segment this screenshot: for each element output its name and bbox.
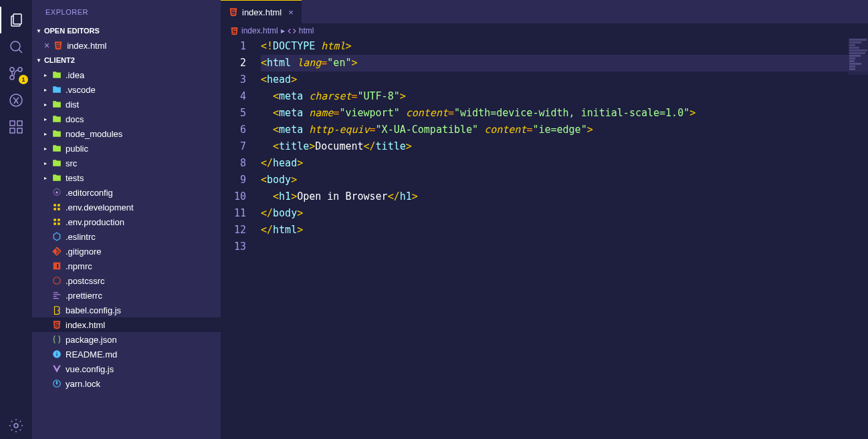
folder-item[interactable]: ▸tests — [32, 170, 221, 185]
svg-rect-8 — [10, 128, 15, 133]
code-icon — [288, 27, 296, 35]
svg-rect-27 — [53, 296, 57, 297]
svg-rect-16 — [58, 208, 60, 210]
search-icon[interactable] — [0, 33, 32, 60]
tab-index-html[interactable]: index.html × — [221, 0, 302, 23]
file-item[interactable]: .prettierrc — [32, 288, 221, 303]
code-editor[interactable]: 12345678910111213 <!DOCTYPE html><html l… — [221, 38, 868, 439]
breadcrumb[interactable]: index.html ▶ html — [221, 23, 868, 38]
editor-area: index.html × index.html ▶ html 123456789… — [221, 0, 868, 439]
open-editor-item[interactable]: × index.html — [32, 38, 221, 53]
info-icon — [51, 349, 63, 359]
eslint-icon — [51, 232, 63, 241]
svg-point-11 — [14, 424, 18, 428]
file-item[interactable]: babel.config.js — [32, 303, 221, 317]
gear-icon — [51, 188, 63, 197]
svg-rect-10 — [17, 121, 22, 126]
file-item[interactable]: .editorconfig — [32, 185, 221, 200]
svg-point-1 — [11, 41, 20, 51]
html-icon — [51, 320, 63, 329]
svg-rect-9 — [17, 128, 22, 133]
svg-rect-18 — [58, 218, 60, 221]
yarn-icon — [51, 379, 63, 388]
sidebar-title: EXPLORER — [32, 0, 221, 23]
sidebar: EXPLORER ▼ OPEN EDITORS × index.html ▼ C… — [32, 0, 221, 439]
file-tree: ▸.idea▸.vscode▸dist▸docs▸node_modules▸pu… — [32, 67, 221, 439]
svg-rect-25 — [53, 292, 58, 293]
chevron-right-icon: ▸ — [44, 102, 51, 108]
folder-item[interactable]: ▸public — [32, 141, 221, 156]
tabs: index.html × — [221, 0, 868, 23]
file-item[interactable]: .env.production — [32, 214, 221, 229]
svg-rect-14 — [58, 204, 60, 206]
chevron-right-icon: ▸ — [44, 131, 51, 137]
folder-icon — [51, 129, 63, 138]
source-control-icon[interactable]: 1 — [0, 60, 32, 87]
env-icon — [51, 202, 63, 212]
svg-rect-7 — [10, 121, 15, 126]
html-icon — [230, 27, 239, 35]
file-item[interactable]: .eslintrc — [32, 229, 221, 244]
svg-rect-15 — [53, 208, 56, 210]
svg-rect-17 — [53, 218, 56, 221]
folder-item[interactable]: ▸src — [32, 156, 221, 170]
svg-rect-28 — [53, 298, 59, 299]
svg-point-24 — [53, 277, 61, 285]
file-item[interactable]: index.html — [32, 317, 221, 332]
folder-icon — [51, 173, 63, 182]
chevron-right-icon: ▸ — [44, 72, 51, 78]
folder-item[interactable]: ▸.idea — [32, 67, 221, 82]
babel-icon — [51, 305, 63, 315]
json-icon — [51, 335, 63, 344]
svg-point-31 — [56, 351, 57, 352]
chevron-right-icon: ▶ — [281, 28, 285, 34]
html-icon — [53, 41, 63, 50]
svg-rect-20 — [58, 223, 60, 225]
svg-marker-21 — [53, 233, 60, 241]
minimap[interactable] — [848, 38, 868, 75]
file-item[interactable]: vue.config.js — [32, 361, 221, 376]
file-item[interactable]: package.json — [32, 332, 221, 347]
extensions-icon[interactable] — [0, 114, 32, 140]
svg-rect-30 — [56, 353, 57, 356]
chevron-right-icon: ▸ — [44, 116, 51, 122]
prettier-icon — [51, 291, 63, 300]
vue-icon — [51, 364, 63, 374]
debug-icon[interactable] — [0, 87, 32, 114]
activity-bar: 1 — [0, 0, 32, 439]
folder-icon — [51, 114, 63, 124]
folder-icon — [51, 70, 63, 80]
postcss-icon — [51, 276, 63, 285]
scm-badge: 1 — [19, 75, 28, 84]
svg-point-12 — [56, 191, 58, 194]
svg-line-2 — [19, 49, 22, 53]
open-editors-header[interactable]: ▼ OPEN EDITORS — [32, 23, 221, 38]
svg-rect-19 — [53, 223, 56, 225]
project-header[interactable]: ▼ CLIENT2 — [32, 53, 221, 67]
folder-item[interactable]: ▸node_modules — [32, 126, 221, 141]
svg-point-5 — [10, 67, 14, 71]
chevron-right-icon: ▸ — [44, 175, 51, 181]
file-item[interactable]: README.md — [32, 347, 221, 361]
folder-icon — [51, 100, 63, 109]
svg-rect-0 — [13, 14, 21, 24]
folder-item[interactable]: ▸dist — [32, 97, 221, 112]
chevron-down-icon: ▼ — [36, 28, 41, 34]
chevron-right-icon: ▸ — [44, 160, 51, 166]
file-item[interactable]: .postcssrc — [32, 273, 221, 288]
file-item[interactable]: yarn.lock — [32, 376, 221, 391]
folder-item[interactable]: ▸.vscode — [32, 82, 221, 97]
settings-icon[interactable] — [0, 412, 32, 439]
chevron-right-icon: ▸ — [44, 146, 51, 152]
file-item[interactable]: .gitignore — [32, 244, 221, 259]
folder-icon — [51, 144, 63, 153]
folder-item[interactable]: ▸docs — [32, 112, 221, 126]
file-item[interactable]: .npmrc — [32, 259, 221, 273]
chevron-down-icon: ▼ — [36, 57, 41, 63]
close-icon[interactable]: × — [44, 40, 49, 51]
file-item[interactable]: .env.development — [32, 200, 221, 214]
explorer-icon[interactable] — [0, 7, 32, 33]
npm-icon — [51, 261, 63, 271]
svg-rect-23 — [57, 264, 58, 268]
close-icon[interactable]: × — [288, 7, 294, 17]
